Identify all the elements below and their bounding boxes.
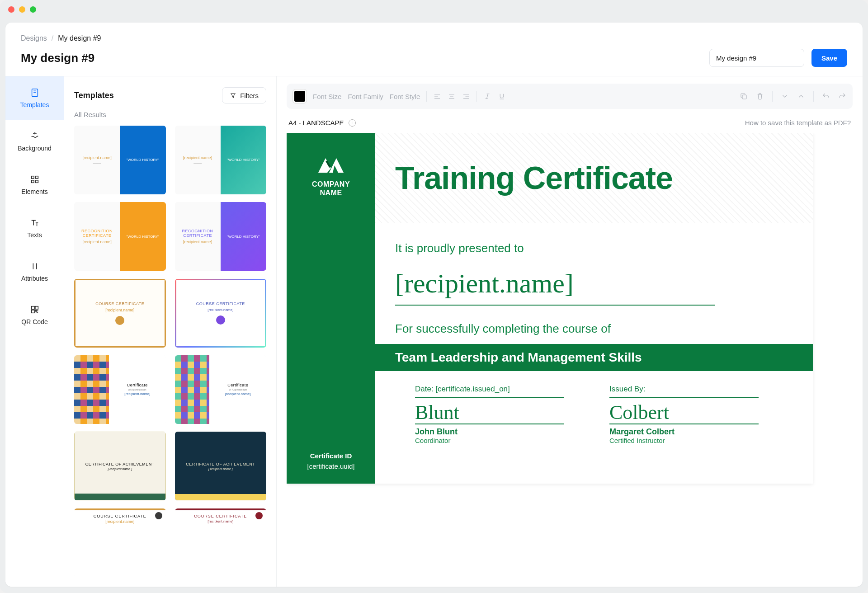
templates-subtitle: All Results — [64, 108, 276, 126]
sidebar-label: QR Code — [21, 318, 47, 325]
save-button[interactable]: Save — [811, 49, 847, 67]
sidebar-label: Background — [18, 145, 52, 152]
design-name-input[interactable] — [709, 49, 804, 67]
toolbar-separator — [813, 91, 814, 102]
italic-icon[interactable] — [483, 92, 491, 100]
copy-icon[interactable] — [740, 92, 748, 100]
font-style-button[interactable]: Font Style — [390, 93, 420, 100]
align-center-icon[interactable] — [448, 92, 456, 100]
minimize-window-icon[interactable] — [19, 6, 25, 13]
issued-by-label[interactable]: Issued By: — [609, 385, 759, 398]
svg-rect-5 — [31, 306, 34, 309]
template-card[interactable]: RECOGNITION CERTIFICATE[recipient.name]"… — [74, 202, 166, 271]
breadcrumb-current: My design #9 — [58, 34, 101, 42]
sidebar-item-attributes[interactable]: Attributes — [5, 250, 64, 293]
toolbar-separator — [476, 91, 477, 102]
template-card[interactable]: RECOGNITION CERTIFICATE[recipient.name]"… — [175, 202, 267, 271]
sidebar-label: Elements — [21, 188, 47, 195]
course-name[interactable]: Team Leadership and Management Skills — [375, 344, 813, 371]
breadcrumb-root[interactable]: Designs — [21, 34, 47, 42]
recipient-name[interactable]: [recipient.name] — [395, 268, 715, 306]
breadcrumbs: Designs / My design #9 — [21, 34, 847, 42]
company-name: COMPANY NAME — [312, 180, 350, 197]
help-link[interactable]: How to save this template as PDF? — [745, 119, 851, 127]
svg-rect-8 — [742, 95, 746, 99]
delete-icon[interactable] — [756, 92, 764, 100]
template-card[interactable]: COURSE CERTIFICATE[recipient.name] — [74, 508, 166, 577]
toolbar-separator — [426, 91, 427, 102]
signer-2-name[interactable]: Margaret Colbert — [609, 427, 759, 437]
titlebar — [0, 0, 868, 19]
sidebar-item-elements[interactable]: Elements — [5, 163, 64, 207]
header: Designs / My design #9 My design #9 Save — [5, 23, 863, 76]
sidebar-label: Templates — [20, 101, 49, 108]
close-window-icon[interactable] — [8, 6, 14, 13]
sidebar-label: Texts — [27, 231, 42, 239]
signer-2-role[interactable]: Certified Instructor — [609, 437, 759, 444]
certificate-id-value: [certificate.uuid] — [307, 462, 354, 470]
template-card[interactable]: Certificateof Appreciation[recipient.nam… — [74, 355, 166, 424]
certificate-sidebar: COMPANY NAME Certificate ID [certificate… — [287, 133, 375, 484]
filters-button[interactable]: Filters — [222, 87, 266, 104]
color-picker[interactable] — [293, 89, 307, 103]
sidebar-item-qrcode[interactable]: QR Code — [5, 293, 64, 337]
templates-icon — [30, 88, 40, 98]
template-card[interactable]: [recipient.name]———"WORLD HISTORY" — [74, 126, 166, 194]
signer-1-name[interactable]: John Blunt — [415, 427, 564, 437]
presented-to-text[interactable]: It is proudly presented to — [395, 241, 786, 255]
background-icon — [30, 131, 40, 141]
signature-2[interactable]: Colbert — [609, 402, 759, 424]
align-right-icon[interactable] — [462, 92, 470, 100]
sidebar-item-background[interactable]: Background — [5, 120, 64, 163]
templates-grid: [recipient.name]———"WORLD HISTORY" [reci… — [64, 126, 276, 587]
filters-label: Filters — [240, 92, 259, 99]
template-card[interactable]: COURSE CERTIFICATE[recipient.name] — [175, 279, 267, 348]
template-card[interactable]: Certificateof Appreciation[recipient.nam… — [175, 355, 267, 424]
align-left-icon[interactable] — [433, 92, 441, 100]
signer-1-role[interactable]: Coordinator — [415, 437, 564, 444]
completing-text[interactable]: For successfully completing the course o… — [395, 322, 786, 336]
svg-rect-6 — [35, 306, 38, 309]
page-title: My design #9 — [21, 51, 94, 65]
attributes-icon — [30, 261, 40, 271]
sidebar-item-templates[interactable]: Templates — [5, 76, 64, 120]
toolbar: Font Size Font Family Font Style — [287, 84, 853, 109]
chevron-down-icon[interactable] — [781, 92, 789, 100]
template-card[interactable]: CERTIFICATE OF ACHIEVEMENT[ recipient.na… — [74, 432, 166, 500]
template-card[interactable]: CERTIFICATE OF ACHIEVEMENT[ recipient.na… — [175, 432, 267, 500]
filter-icon — [230, 92, 236, 99]
svg-rect-3 — [31, 180, 34, 183]
templates-panel: Templates Filters All Results [recipient… — [64, 76, 277, 587]
window-frame: Designs / My design #9 My design #9 Save… — [0, 0, 868, 593]
underline-icon[interactable] — [498, 92, 506, 100]
breadcrumb-separator: / — [52, 34, 53, 42]
canvas-size-label: A4 - LANDSCAPE — [288, 119, 344, 127]
certificate-main: Training Certificate It is proudly prese… — [375, 133, 813, 484]
svg-rect-4 — [35, 180, 38, 183]
template-card[interactable]: [recipient.name]———"WORLD HISTORY" — [175, 126, 267, 194]
info-icon[interactable]: i — [349, 119, 356, 127]
maximize-window-icon[interactable] — [30, 6, 36, 13]
font-family-button[interactable]: Font Family — [348, 93, 383, 100]
certificate-id-label: Certificate ID — [307, 452, 354, 460]
certificate-preview[interactable]: COMPANY NAME Certificate ID [certificate… — [287, 133, 813, 484]
canvas[interactable]: COMPANY NAME Certificate ID [certificate… — [287, 133, 853, 587]
date-label[interactable]: Date: [certificate.issued_on] — [415, 385, 564, 398]
undo-icon[interactable] — [822, 92, 830, 100]
canvas-meta: A4 - LANDSCAPE i — [288, 119, 356, 127]
svg-rect-1 — [31, 176, 34, 179]
elements-icon — [30, 174, 40, 184]
app-content: Designs / My design #9 My design #9 Save… — [5, 23, 863, 587]
texts-icon — [30, 218, 40, 228]
svg-rect-7 — [31, 310, 34, 313]
signature-1[interactable]: Blunt — [415, 402, 564, 424]
sidebar-item-texts[interactable]: Texts — [5, 207, 64, 250]
template-card[interactable]: COURSE CERTIFICATE[recipient.name] — [175, 508, 267, 577]
font-size-button[interactable]: Font Size — [313, 93, 341, 100]
sidebar-label: Attributes — [21, 275, 48, 282]
qrcode-icon — [30, 305, 40, 315]
template-card[interactable]: COURSE CERTIFICATE[recipient.name] — [74, 279, 166, 348]
redo-icon[interactable] — [838, 92, 846, 100]
certificate-title[interactable]: Training Certificate — [395, 160, 673, 196]
chevron-up-icon[interactable] — [797, 92, 805, 100]
